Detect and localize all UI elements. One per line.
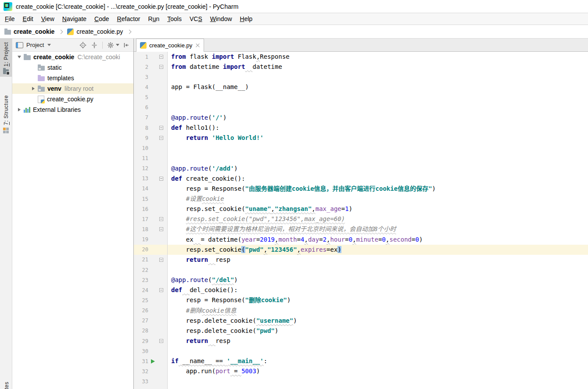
line-number[interactable]: 27 — [134, 318, 148, 324]
line-number[interactable]: 4 — [134, 84, 148, 90]
fold-icon[interactable] — [157, 55, 165, 59]
fold-icon[interactable] — [157, 65, 165, 69]
line-number[interactable]: 14 — [134, 186, 148, 192]
code-line-24[interactable]: 24def del_cookie(): — [134, 285, 588, 295]
code-line-14[interactable]: 14 resp = Response("由服务器端创建cookie信息，并由客户… — [134, 184, 588, 194]
line-number[interactable]: 2 — [134, 64, 148, 70]
code-line-25[interactable]: 25 resp = Response("删除cookie") — [134, 295, 588, 305]
code-line-18[interactable]: 18 #这个时间需要设置为格林尼治时间，相对于北京时间来说，会自动加8个小时 — [134, 224, 588, 234]
line-number[interactable]: 31 — [134, 358, 148, 364]
line-number[interactable]: 30 — [134, 348, 148, 354]
gutter[interactable]: 31 — [134, 356, 168, 366]
run-icon[interactable] — [148, 359, 157, 364]
menu-item-tools[interactable]: Tools — [163, 14, 186, 24]
gutter[interactable]: 17 — [134, 214, 168, 224]
tree-row-templates[interactable]: templates — [12, 73, 133, 83]
code-line-11[interactable]: 11 — [134, 153, 588, 163]
breadcrumb-item-create-cookie[interactable]: create_cookie — [4, 28, 54, 35]
line-number[interactable]: 9 — [134, 135, 148, 141]
gutter[interactable]: 23 — [134, 275, 168, 285]
line-number[interactable]: 15 — [134, 196, 148, 202]
tree-row-venv[interactable]: venvlibrary root — [12, 83, 133, 94]
menu-item-navigate[interactable]: Navigate — [58, 14, 90, 24]
tree-row-static[interactable]: static — [12, 62, 133, 73]
gutter[interactable]: 16 — [134, 204, 168, 214]
hide-panel-icon[interactable] — [122, 41, 131, 50]
gutter[interactable]: 14 — [134, 184, 168, 194]
code-line-17[interactable]: 17 #resp.set_cookie("pwd","123456",max_a… — [134, 214, 588, 224]
gutter[interactable]: 12 — [134, 164, 168, 174]
line-number[interactable]: 26 — [134, 307, 148, 314]
code-line-33[interactable]: 33 — [134, 377, 588, 387]
collapse-all-icon[interactable] — [90, 41, 99, 50]
gutter[interactable]: 29 — [134, 336, 168, 346]
fold-icon[interactable] — [157, 217, 165, 221]
gutter[interactable]: 26 — [134, 306, 168, 316]
gutter[interactable]: 3 — [134, 72, 168, 82]
gutter[interactable]: 7 — [134, 113, 168, 123]
code-line-8[interactable]: 8def hello1(): — [134, 123, 588, 133]
line-number[interactable]: 24 — [134, 287, 148, 293]
code-line-32[interactable]: 32 app.run(port = 5003) — [134, 366, 588, 376]
line-number[interactable]: 21 — [134, 257, 148, 263]
line-number[interactable]: 20 — [134, 246, 148, 253]
locate-icon[interactable] — [79, 41, 87, 50]
menu-item-run[interactable]: Run — [144, 14, 164, 24]
chevron-down-icon[interactable] — [15, 56, 24, 58]
line-number[interactable]: 22 — [134, 267, 148, 273]
gutter[interactable]: 32 — [134, 366, 168, 376]
code-line-23[interactable]: 23@app.route("/del") — [134, 275, 588, 285]
fold-icon[interactable] — [157, 126, 165, 130]
line-number[interactable]: 19 — [134, 236, 148, 243]
gutter[interactable]: 20 — [134, 245, 168, 255]
tool-strip-tab-favorites[interactable]: 2: Favorites — [0, 371, 12, 389]
line-number[interactable]: 7 — [134, 114, 148, 121]
gutter[interactable]: 6 — [134, 103, 168, 113]
code-line-4[interactable]: 4app = Flask(__name__) — [134, 82, 588, 92]
settings-dropdown-icon[interactable] — [116, 44, 119, 46]
line-number[interactable]: 18 — [134, 226, 148, 232]
line-number[interactable]: 17 — [134, 216, 148, 222]
gutter[interactable]: 11 — [134, 153, 168, 163]
code-editor[interactable]: 1from flask import Flask,Response2from d… — [134, 52, 588, 389]
code-line-27[interactable]: 27 resp.delete_cookie("username") — [134, 316, 588, 326]
code-line-3[interactable]: 3 — [134, 72, 588, 82]
fold-icon[interactable] — [157, 227, 165, 231]
gutter[interactable]: 25 — [134, 295, 168, 305]
menu-item-code[interactable]: Code — [90, 14, 113, 24]
line-number[interactable]: 25 — [134, 297, 148, 303]
code-line-19[interactable]: 19 ex = datetime(year=2019,month=4,day=2… — [134, 235, 588, 245]
breadcrumb-item-create-cookie-py[interactable]: create_cookie.py — [67, 28, 123, 35]
menu-item-help[interactable]: Help — [236, 14, 257, 24]
menu-item-vcs[interactable]: VCS — [186, 14, 206, 24]
code-line-16[interactable]: 16 resp.set_cookie("uname","zhangsan",ma… — [134, 204, 588, 214]
gutter[interactable]: 27 — [134, 316, 168, 326]
gutter[interactable]: 8 — [134, 123, 168, 133]
line-number[interactable]: 8 — [134, 125, 148, 131]
chevron-right-icon[interactable] — [29, 87, 38, 90]
menu-item-edit[interactable]: Edit — [19, 14, 37, 24]
line-number[interactable]: 1 — [134, 54, 148, 60]
code-line-5[interactable]: 5 — [134, 93, 588, 103]
menu-item-file[interactable]: File — [1, 14, 19, 24]
code-line-15[interactable]: 15 #设置cookie — [134, 194, 588, 204]
fold-icon[interactable] — [157, 136, 165, 140]
line-number[interactable]: 11 — [134, 155, 148, 161]
gutter[interactable]: 1 — [134, 52, 168, 62]
code-line-26[interactable]: 26 #删除cookie信息 — [134, 306, 588, 316]
fold-icon[interactable] — [157, 288, 165, 292]
code-line-31[interactable]: 31if __name__ == '__main__': — [134, 356, 588, 366]
code-line-29[interactable]: 29 return resp — [134, 336, 588, 346]
gutter[interactable]: 13 — [134, 174, 168, 184]
line-number[interactable]: 3 — [134, 74, 148, 80]
line-number[interactable]: 16 — [134, 206, 148, 212]
code-line-21[interactable]: 21 return resp — [134, 255, 588, 265]
code-line-22[interactable]: 22 — [134, 265, 588, 275]
code-line-1[interactable]: 1from flask import Flask,Response — [134, 52, 588, 62]
line-number[interactable]: 12 — [134, 165, 148, 171]
gutter[interactable]: 5 — [134, 93, 168, 103]
line-number[interactable]: 33 — [134, 378, 148, 385]
tree-row-external-libraries[interactable]: External Libraries — [12, 104, 133, 115]
line-number[interactable]: 6 — [134, 104, 148, 111]
line-number[interactable]: 28 — [134, 328, 148, 334]
